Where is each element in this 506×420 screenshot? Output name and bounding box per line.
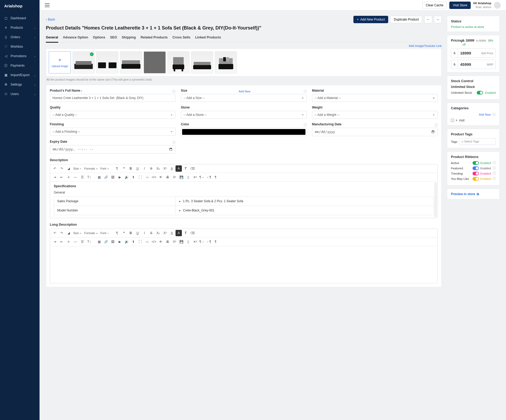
save-icon[interactable]: 💾 — [178, 239, 184, 245]
preview-in-store-link[interactable]: Preview in store⧉ — [451, 192, 479, 196]
audio-icon[interactable]: 🔊 — [123, 174, 130, 180]
sidebar-item-payments[interactable]: ⓘPayments — [0, 61, 40, 70]
tab-related-products[interactable]: Related Products — [141, 33, 168, 42]
outdent-icon[interactable]: ⇤ — [59, 239, 65, 245]
ribbon-youmaylike-toggle[interactable] — [473, 177, 479, 181]
fullscreen-icon[interactable]: ⛶ — [137, 239, 143, 245]
lineheight-icon[interactable]: T↕ — [86, 239, 92, 245]
tab-cross-sells[interactable]: Cross Sells — [172, 33, 190, 42]
font-select[interactable]: Font — [99, 231, 110, 235]
sidebar-item-orders[interactable]: ▯Orders⌄ — [0, 32, 40, 42]
sidebar-item-dashboard[interactable]: ▢Dashboard — [0, 13, 40, 23]
link-icon[interactable]: 🔗 — [103, 174, 109, 180]
template-icon[interactable]: ▯ — [185, 174, 191, 180]
clear-format-icon[interactable]: ⌫ — [189, 165, 196, 172]
indent-icon[interactable]: ⇥ — [52, 174, 58, 180]
redo-icon[interactable]: ↷ — [59, 230, 65, 236]
sidebar-item-wishlists[interactable]: ♡Wishlists — [0, 42, 40, 51]
visit-store-button[interactable]: Visit Store — [449, 2, 470, 9]
eraser-icon[interactable]: ◢ — [65, 165, 72, 172]
teletype-icon[interactable]: T — [182, 230, 189, 236]
weight-select[interactable]: -- Add a Weight -- — [312, 111, 438, 119]
subscript-icon[interactable]: X₂ — [155, 165, 161, 172]
duplicate-product-button[interactable]: Duplicate Product — [390, 16, 422, 23]
showblocks-icon[interactable]: ▭ — [144, 239, 150, 245]
list-icon[interactable]: ☰ — [79, 174, 85, 180]
upload-icon[interactable]: ⬆ — [130, 174, 137, 180]
codeview-icon[interactable]: </> — [151, 239, 157, 245]
strike-icon[interactable]: S — [148, 165, 154, 172]
avatar[interactable] — [494, 2, 501, 9]
bold-icon[interactable]: B — [128, 230, 134, 236]
fontcolor-icon[interactable]: A — [169, 165, 175, 172]
underline-icon[interactable]: U — [134, 230, 141, 236]
fontsize-select[interactable]: Size — [72, 166, 83, 171]
ltr-icon[interactable]: ¶→ — [199, 174, 205, 180]
product-image-5[interactable] — [167, 51, 189, 73]
font-select[interactable]: Font — [99, 166, 110, 171]
eraser-icon[interactable]: ◢ — [65, 230, 72, 236]
size-select[interactable]: -- Add a Size -- — [181, 94, 306, 102]
strike-icon[interactable]: S — [148, 230, 154, 236]
preview-icon[interactable]: 👁 — [158, 239, 164, 245]
longdesc-body[interactable] — [50, 246, 437, 283]
sidebar-item-import-export[interactable]: ▦Import/Export⌄ — [0, 70, 40, 80]
remove-icon[interactable]: ✕² — [192, 239, 198, 245]
quality-select[interactable]: -- Add a Quality -- — [50, 111, 176, 119]
ribbon-featured-toggle[interactable] — [473, 166, 479, 170]
rtl-icon[interactable]: ←¶ — [206, 174, 212, 180]
preview-icon[interactable]: 👁 — [158, 174, 164, 180]
back-link[interactable]: ‹Back — [46, 18, 55, 21]
tab-seo[interactable]: SEO — [110, 33, 117, 42]
indent-icon[interactable]: ⇥ — [52, 239, 58, 245]
ltr-icon[interactable]: ¶→ — [199, 239, 205, 245]
video-icon[interactable]: ▶ — [116, 174, 123, 180]
dir-icon[interactable]: ¶ — [212, 174, 219, 180]
category-addnew-link[interactable]: Add New — [479, 113, 491, 116]
showblocks-icon[interactable]: ▭ — [144, 174, 150, 180]
minus-icon[interactable]: − — [451, 119, 454, 122]
list-icon[interactable]: ☰ — [79, 239, 85, 245]
mrp-input[interactable]: ₺ 45999 MRP — [451, 60, 496, 69]
add-new-product-button[interactable]: + Add New Product — [353, 16, 388, 23]
undo-icon[interactable]: ↶ — [52, 230, 58, 236]
material-select[interactable]: -- Add a Material -- — [312, 94, 438, 102]
bgcolor-icon[interactable]: A — [176, 165, 182, 172]
quote-icon[interactable]: ❝ — [121, 230, 127, 236]
bgcolor-icon[interactable]: A — [176, 230, 182, 236]
paragraph-icon[interactable]: ¶ — [114, 230, 120, 236]
print-icon[interactable]: 🖶 — [164, 174, 171, 180]
product-image-2[interactable] — [96, 51, 118, 73]
formats-select[interactable]: Formats — [83, 166, 99, 171]
print-icon[interactable]: 🖶 — [164, 239, 171, 245]
tab-options[interactable]: Options — [93, 33, 105, 42]
finishing-select[interactable]: -- Add a Finishing -- — [50, 128, 176, 136]
product-name-input[interactable] — [50, 94, 176, 102]
upload-image-button[interactable]: + Upload Image — [49, 51, 71, 73]
sidebar-item-users[interactable]: ⚇Users⌄ — [0, 89, 40, 99]
sidebar-item-products[interactable]: ≡Products⌄ — [0, 23, 40, 32]
color-input[interactable] — [181, 128, 306, 136]
image-icon[interactable]: 🖼 — [110, 239, 116, 245]
add-image-link[interactable]: Add Image/Youtube Link — [409, 44, 442, 47]
prev-button[interactable]: ← — [424, 16, 432, 23]
teletype-icon[interactable]: T — [182, 165, 189, 172]
save-icon[interactable]: 💾 — [178, 174, 184, 180]
italic-icon[interactable]: I — [141, 165, 148, 172]
clear-format-icon[interactable]: ⌫ — [189, 230, 196, 236]
rtl-icon[interactable]: ←¶ — [206, 239, 212, 245]
sidebar-item-settings[interactable]: ⚙Settings⌄ — [0, 80, 40, 89]
superscript-icon[interactable]: X² — [162, 230, 168, 236]
lineheight-icon[interactable]: T↕ — [86, 174, 92, 180]
underline-icon[interactable]: U — [134, 165, 141, 172]
mfg-date-input[interactable] — [312, 128, 438, 136]
product-image-6[interactable] — [191, 51, 213, 73]
product-image-1[interactable]: ✓ — [72, 51, 95, 73]
next-button[interactable]: → — [434, 16, 442, 23]
codeview-icon[interactable]: </> — [151, 174, 157, 180]
table-icon[interactable]: ▦ — [96, 174, 102, 180]
remove-icon[interactable]: ✕² — [192, 174, 198, 180]
plus-icon[interactable]: + — [456, 118, 458, 122]
redo-icon[interactable]: ↷ — [59, 165, 65, 172]
sidebar-item-promotions[interactable]: ◁Promotions⌄ — [0, 51, 40, 61]
